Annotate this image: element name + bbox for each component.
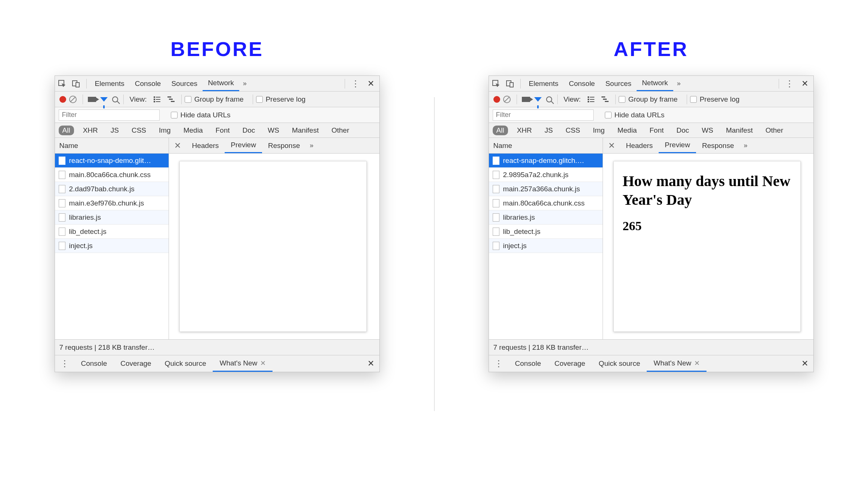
request-row[interactable]: react-snap-demo.glitch.… [489, 154, 603, 168]
type-pill-img[interactable]: Img [589, 126, 609, 135]
type-pill-doc[interactable]: Doc [238, 126, 259, 135]
tab-elements[interactable]: Elements [524, 76, 564, 91]
detail-tab-response[interactable]: Response [262, 138, 306, 153]
screenshot-icon[interactable] [88, 97, 96, 102]
request-row[interactable]: libraries.js [55, 210, 169, 225]
group-by-frame-checkbox[interactable] [185, 96, 191, 103]
close-devtools-icon[interactable]: ✕ [796, 79, 813, 89]
request-row[interactable]: 2.9895a7a2.chunk.js [489, 168, 603, 182]
preserve-log-checkbox[interactable] [690, 96, 697, 103]
type-pill-js[interactable]: JS [541, 126, 557, 135]
large-rows-icon[interactable] [586, 94, 596, 105]
record-icon[interactable] [493, 96, 500, 103]
type-pill-font[interactable]: Font [212, 126, 233, 135]
device-toggle-icon[interactable] [71, 78, 81, 89]
type-pill-font[interactable]: Font [646, 126, 667, 135]
clear-icon[interactable] [69, 96, 77, 103]
drawer-tab-quick-source[interactable]: Quick source [158, 355, 213, 372]
group-by-frame-checkbox[interactable] [619, 96, 625, 103]
request-row[interactable]: main.80ca66ca.chunk.css [489, 196, 603, 210]
detail-tab-preview[interactable]: Preview [659, 138, 696, 153]
close-tab-icon[interactable]: ✕ [694, 359, 700, 367]
type-pill-js[interactable]: JS [107, 126, 123, 135]
inspect-icon[interactable] [491, 78, 501, 89]
preserve-log-checkbox[interactable] [256, 96, 263, 103]
request-row[interactable]: inject.js [55, 239, 169, 253]
search-icon[interactable] [112, 96, 118, 102]
type-pill-xhr[interactable]: XHR [513, 126, 536, 135]
search-icon[interactable] [546, 96, 552, 102]
more-tabs-icon[interactable]: » [673, 80, 684, 87]
filter-toggle-icon[interactable] [100, 97, 108, 102]
hide-data-urls-checkbox[interactable] [171, 112, 178, 118]
clear-icon[interactable] [503, 96, 511, 103]
request-row[interactable]: main.e3ef976b.chunk.js [55, 196, 169, 210]
detail-tab-headers[interactable]: Headers [620, 138, 659, 153]
kebab-menu-icon[interactable]: ⋮ [348, 78, 362, 89]
drawer-tab-coverage[interactable]: Coverage [114, 355, 158, 372]
type-pill-doc[interactable]: Doc [672, 126, 693, 135]
filter-input[interactable] [59, 109, 160, 121]
request-row[interactable]: main.257a366a.chunk.js [489, 182, 603, 196]
type-pill-css[interactable]: CSS [128, 126, 150, 135]
type-pill-img[interactable]: Img [155, 126, 175, 135]
close-detail-icon[interactable]: ✕ [603, 141, 620, 151]
drawer-menu-icon[interactable]: ⋮ [489, 358, 508, 369]
inspect-icon[interactable] [57, 78, 67, 89]
type-pill-manifest[interactable]: Manifest [722, 126, 757, 135]
request-row[interactable]: libraries.js [489, 210, 603, 225]
record-icon[interactable] [59, 96, 66, 103]
close-devtools-icon[interactable]: ✕ [362, 79, 379, 89]
type-pill-media[interactable]: Media [614, 126, 641, 135]
request-row[interactable]: lib_detect.js [489, 225, 603, 239]
type-pill-other[interactable]: Other [762, 126, 787, 135]
waterfall-icon[interactable] [600, 94, 610, 105]
tab-network[interactable]: Network [637, 76, 673, 91]
drawer-tab-console[interactable]: Console [74, 355, 114, 372]
request-row[interactable]: inject.js [489, 239, 603, 253]
type-pill-other[interactable]: Other [328, 126, 353, 135]
detail-tab-preview[interactable]: Preview [225, 138, 262, 153]
more-detail-tabs-icon[interactable]: » [740, 142, 751, 149]
type-pill-xhr[interactable]: XHR [79, 126, 102, 135]
type-pill-all[interactable]: All [59, 126, 74, 135]
type-pill-all[interactable]: All [493, 126, 508, 135]
type-pill-ws[interactable]: WS [264, 126, 283, 135]
close-drawer-icon[interactable]: ✕ [362, 359, 379, 368]
type-pill-media[interactable]: Media [180, 126, 207, 135]
screenshot-icon[interactable] [522, 97, 530, 102]
tab-network[interactable]: Network [203, 76, 239, 91]
drawer-tab-console[interactable]: Console [508, 355, 548, 372]
close-detail-icon[interactable]: ✕ [169, 141, 186, 151]
drawer-tab-whats-new[interactable]: What's New✕ [647, 355, 707, 372]
large-rows-icon[interactable] [152, 94, 162, 105]
tab-elements[interactable]: Elements [90, 76, 130, 91]
type-pill-manifest[interactable]: Manifest [288, 126, 323, 135]
type-pill-ws[interactable]: WS [698, 126, 717, 135]
tab-sources[interactable]: Sources [600, 76, 637, 91]
close-drawer-icon[interactable]: ✕ [796, 359, 813, 368]
tab-console[interactable]: Console [130, 76, 166, 91]
tab-console[interactable]: Console [564, 76, 600, 91]
more-detail-tabs-icon[interactable]: » [306, 142, 317, 149]
request-row[interactable]: 2.dad97bab.chunk.js [55, 182, 169, 196]
column-header-name[interactable]: Name [489, 138, 603, 154]
column-header-name[interactable]: Name [55, 138, 169, 154]
detail-tab-headers[interactable]: Headers [186, 138, 225, 153]
type-pill-css[interactable]: CSS [562, 126, 584, 135]
filter-toggle-icon[interactable] [534, 97, 542, 102]
hide-data-urls-checkbox[interactable] [605, 112, 612, 118]
request-row[interactable]: main.80ca66ca.chunk.css [55, 168, 169, 182]
waterfall-icon[interactable] [166, 94, 176, 105]
drawer-tab-whats-new[interactable]: What's New✕ [213, 355, 273, 372]
kebab-menu-icon[interactable]: ⋮ [782, 78, 796, 89]
close-tab-icon[interactable]: ✕ [260, 359, 266, 367]
detail-tab-response[interactable]: Response [696, 138, 740, 153]
more-tabs-icon[interactable]: » [239, 80, 250, 87]
tab-sources[interactable]: Sources [166, 76, 203, 91]
filter-input[interactable] [493, 109, 594, 121]
drawer-tab-coverage[interactable]: Coverage [548, 355, 592, 372]
request-row[interactable]: react-no-snap-demo.glit… [55, 154, 169, 168]
drawer-menu-icon[interactable]: ⋮ [55, 358, 74, 369]
request-row[interactable]: lib_detect.js [55, 225, 169, 239]
